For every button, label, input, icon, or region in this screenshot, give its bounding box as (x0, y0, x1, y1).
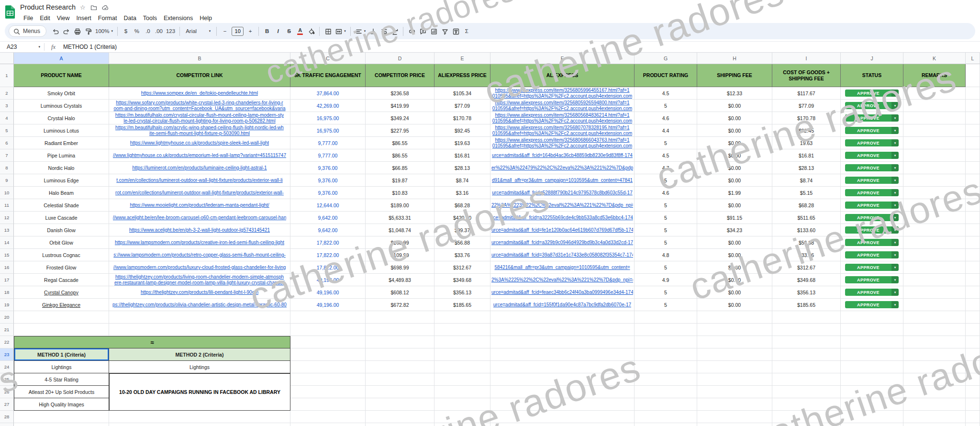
cell-A14[interactable]: Orbit Glow (14, 236, 109, 249)
menu-view[interactable]: View (54, 14, 73, 22)
cell-H3[interactable]: $0.00 (697, 100, 772, 112)
cell-D10[interactable]: $10.83 (366, 187, 434, 199)
cell-I13[interactable]: $133.60 (772, 224, 841, 236)
cell-F18[interactable]: urce=admitad&aff_fcid=feaec34bb6c24f40a3… (490, 286, 635, 299)
row-header-26[interactable]: 26 (0, 386, 14, 398)
cell-C14[interactable]: 17,822.00 (290, 236, 366, 249)
competitor-link[interactable]: //www.acelight.be/en/lee-broom-carousel-… (113, 215, 287, 221)
row-header-28[interactable]: 28 (0, 411, 14, 423)
aliexpress-link[interactable]: 010595&afref=https%3A%2F%2Fc2.account.pu… (492, 93, 633, 99)
cell-J22[interactable] (841, 336, 903, 348)
competitor-link[interactable]: //www.lampsmodern.com/products/luxury-cl… (113, 265, 286, 270)
filter-views-button[interactable] (450, 25, 461, 37)
cell-D16[interactable]: $698.99 (366, 261, 434, 274)
cell-J15[interactable]: APPROVE▾ (841, 249, 903, 261)
text-color-button[interactable]: A (295, 25, 305, 37)
menu-edit[interactable]: Edit (36, 14, 54, 22)
cell-G20[interactable] (635, 311, 697, 324)
aliexpress-link[interactable]: https://www.aliexpress.com/item/32568059… (495, 88, 629, 93)
cell-F10[interactable]: urce=admitad&aff_fcid=52888f790b214c9795… (490, 187, 635, 199)
cell-I28[interactable] (772, 411, 841, 423)
aliexpress-link[interactable]: urce=admitad&aff_fcid=155f0f1da90e4c87a7… (493, 302, 631, 308)
cell-A16[interactable]: Frosted Glow (14, 261, 109, 274)
cell-H22[interactable] (697, 336, 772, 348)
vertical-align-button[interactable] (368, 25, 378, 37)
cell-D19[interactable]: $672.82 (366, 299, 434, 311)
cell-E29[interactable] (434, 423, 490, 426)
column-header-F[interactable]: F (490, 53, 635, 64)
cell-F22[interactable] (490, 336, 635, 348)
horizontal-align-button[interactable]: ▾ (354, 25, 368, 37)
cell-K23[interactable] (903, 348, 966, 361)
cell-H27[interactable] (697, 398, 772, 411)
cell-D4[interactable]: $349.24 (366, 112, 434, 124)
cell-H5[interactable]: $0.00 (697, 124, 772, 137)
cell-K3[interactable] (903, 100, 966, 112)
criteria-banner[interactable]: ≈ (14, 336, 290, 348)
cell-L2[interactable] (966, 87, 980, 100)
cell-K7[interactable] (903, 149, 966, 162)
cell-E7[interactable]: $16.81 (434, 149, 490, 162)
competitor-link[interactable]: https://www.lampsmodern.com/products/cre… (115, 240, 284, 246)
cell-F14[interactable]: urce=admitad&aff_fcid=a329b9c0946d4929bd… (490, 236, 635, 249)
percent-format-button[interactable]: % (132, 25, 142, 37)
column-title-C[interactable]: 5K TRAFFIC ENGAGEMENT (290, 64, 366, 87)
cell-D9[interactable]: $19.87 (366, 174, 434, 187)
cell-J17[interactable]: APPROVE▾ (841, 274, 903, 286)
cell-L26[interactable] (966, 386, 980, 398)
competitor-link[interactable]: ere-restaurant-lamp-designer-model-room-… (114, 280, 285, 286)
cell-D23[interactable] (366, 348, 434, 361)
cell-H4[interactable]: $0.00 (697, 112, 772, 124)
cell-E15[interactable]: $33.76 (434, 249, 490, 261)
cell-I12[interactable]: $511.65 (772, 212, 841, 224)
cloud-status-icon[interactable] (101, 4, 109, 11)
column-title-K[interactable]: REMARKS (903, 64, 966, 87)
font-size-input[interactable]: 10 (232, 27, 244, 36)
cell-J10[interactable]: APPROVE▾ (841, 187, 903, 199)
aliexpress-link[interactable]: d91&mall_affr=pr3&utm_campaign=1010595&u… (492, 178, 633, 183)
cell-E10[interactable]: $3.16 (434, 187, 490, 199)
cell-E22[interactable] (434, 336, 490, 348)
row-header-8[interactable]: 8 (0, 162, 14, 174)
cell-E11[interactable]: $68.28 (434, 199, 490, 212)
column-header-A[interactable]: A (14, 53, 109, 64)
cell-I10[interactable]: $5.15 (772, 187, 841, 199)
cell-L16[interactable] (966, 261, 980, 274)
menu-format[interactable]: Format (95, 14, 121, 22)
cell-K2[interactable] (903, 87, 966, 100)
cell-H23[interactable] (697, 348, 772, 361)
cell-F5[interactable]: https://www.aliexpress.com/item/32568070… (490, 124, 635, 137)
move-folder-icon[interactable] (90, 4, 97, 11)
cell-B13[interactable]: https://www.acelight.be/en/ph-3-2-wall-l… (109, 224, 290, 236)
status-dropdown[interactable]: APPROVE▾ (845, 264, 899, 271)
insert-link-button[interactable] (406, 25, 417, 37)
cell-H12[interactable]: $91.15 (697, 212, 772, 224)
cell-F27[interactable] (490, 398, 635, 411)
competitor-link[interactable]: https://m.beautifulhalo.com/crystal-circ… (115, 112, 284, 118)
column-header-K[interactable]: K (903, 53, 966, 64)
cell-C4[interactable]: 16,975.00 (290, 112, 366, 124)
menu-extensions[interactable]: Extensions (160, 14, 196, 22)
cell-A23[interactable]: METHOD 1 (Criteria) (14, 348, 109, 361)
cell-H11[interactable]: $0.00 (697, 199, 772, 212)
competitor-link[interactable]: https://thelightzey.com/products/lili-pe… (141, 290, 258, 295)
cell-F26[interactable] (490, 386, 635, 398)
competitor-link[interactable]: https://thelightzey.com/products/living-… (115, 274, 284, 280)
cell-F19[interactable]: urce=admitad&aff_fcid=155f0f1da90e4c87a7… (490, 299, 635, 311)
cell-E18[interactable]: $356.13 (434, 286, 490, 299)
cell-G12[interactable]: 5 (635, 212, 697, 224)
status-dropdown[interactable]: APPROVE▾ (845, 239, 899, 246)
cell-J2[interactable]: APPROVE▾ (841, 87, 903, 100)
row-header-19[interactable]: 19 (0, 299, 14, 311)
cell-H17[interactable]: $0.00 (697, 274, 772, 286)
cell-F17[interactable]: 2%3A%2225%22%2C%22eval%22%3A%221%22%7D&p… (490, 274, 635, 286)
cell-C6[interactable]: 9,777.00 (290, 137, 366, 149)
cell-B14[interactable]: https://www.lampsmodern.com/products/cre… (109, 236, 290, 249)
cell-G4[interactable]: 4.6 (635, 112, 697, 124)
cell-I26[interactable] (772, 386, 841, 398)
print-button[interactable] (72, 25, 82, 37)
cell-H13[interactable]: $34.23 (697, 224, 772, 236)
cell-B2[interactable]: https://www.sompex.de/en_de/tokio-pendel… (109, 87, 290, 100)
cell-A21[interactable] (14, 324, 109, 336)
cell-C17[interactable]: 49,196.00 (290, 274, 366, 286)
